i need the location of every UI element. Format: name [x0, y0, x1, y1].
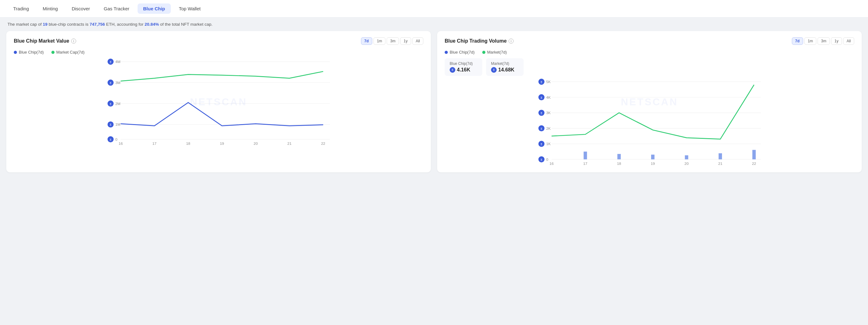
svg-text:Ξ: Ξ: [540, 143, 542, 146]
time-btn-3m-mv[interactable]: 3m: [387, 37, 399, 45]
bar-17: [584, 152, 587, 159]
nav-item-minting[interactable]: Minting: [37, 3, 63, 14]
nav-item-discover[interactable]: Discover: [66, 3, 96, 14]
desc-text-mid1: blue-chip contracts is: [48, 22, 90, 27]
legend-dot-blue-mv: [14, 51, 17, 54]
green-line-tv: [552, 85, 754, 139]
svg-text:Ξ: Ξ: [110, 123, 112, 126]
svg-text:0: 0: [115, 137, 118, 142]
time-btn-1m-tv[interactable]: 1m: [804, 37, 816, 45]
summary-label-market: Market(7d): [491, 61, 519, 66]
desc-pct: 20.84%: [145, 22, 159, 27]
time-btn-3m-tv[interactable]: 3m: [817, 37, 830, 45]
blue-line-mv: [121, 102, 323, 126]
time-btn-all-mv[interactable]: All: [412, 37, 423, 45]
market-value-info-icon[interactable]: i: [71, 38, 76, 43]
description-bar: The market cap of 19 blue-chip contracts…: [0, 18, 868, 31]
desc-text-end: of the total NFT market cap.: [159, 22, 213, 27]
trading-volume-title: Blue Chip Trading Volume i: [445, 38, 514, 44]
legend-blue-chip-mv: Blue Chip(7d): [14, 50, 44, 55]
time-btn-7d-mv[interactable]: 7d: [361, 37, 372, 45]
svg-text:3M: 3M: [115, 81, 120, 85]
svg-text:Ξ: Ξ: [540, 112, 542, 115]
trading-volume-info-icon[interactable]: i: [508, 38, 514, 43]
trading-volume-chart-area: Ξ 5K Ξ 4K Ξ 3K Ξ 2K Ξ 1K Ξ 0: [445, 78, 854, 166]
market-value-chart-area: Ξ 4M Ξ 3M Ξ 2M Ξ 1M Ξ 0: [14, 58, 423, 146]
legend-dot-green-tv: [482, 51, 486, 54]
trading-volume-legend: Blue Chip(7d) Market(7d): [445, 50, 854, 55]
time-btn-1y-tv[interactable]: 1y: [831, 37, 842, 45]
bar-21: [718, 153, 722, 159]
trading-volume-card: Blue Chip Trading Volume i 7d 1m 3m 1y A…: [437, 31, 862, 172]
svg-text:19: 19: [220, 141, 224, 146]
green-line-mv: [121, 71, 323, 81]
svg-text:21: 21: [718, 161, 722, 166]
market-value-legend: Blue Chip(7d) Market Cap(7d): [14, 50, 423, 55]
svg-text:4K: 4K: [546, 95, 551, 100]
bar-18: [617, 154, 621, 159]
svg-text:16: 16: [550, 161, 554, 166]
legend-market-tv: Market(7d): [482, 50, 507, 55]
svg-text:2M: 2M: [115, 101, 120, 106]
summary-boxes-tv: Blue Chip(7d) Ξ 4.16K Market(7d) Ξ 14.68…: [445, 58, 854, 76]
time-btn-7d-tv[interactable]: 7d: [792, 37, 803, 45]
market-value-svg: Ξ 4M Ξ 3M Ξ 2M Ξ 1M Ξ 0: [14, 58, 423, 146]
desc-text-before: The market cap of: [7, 22, 43, 27]
nav-item-trading[interactable]: Trading: [7, 3, 34, 14]
bar-20: [685, 155, 688, 159]
nav-item-blue-chip[interactable]: Blue Chip: [137, 3, 171, 14]
svg-text:18: 18: [617, 161, 621, 166]
trading-volume-header: Blue Chip Trading Volume i 7d 1m 3m 1y A…: [445, 37, 854, 45]
svg-text:17: 17: [152, 141, 156, 146]
nav-bar: Trading Minting Discover Gas Tracker Blu…: [0, 0, 868, 18]
desc-count: 19: [43, 22, 48, 27]
svg-text:1K: 1K: [546, 142, 551, 146]
desc-text-mid2: ETH, accounting for: [105, 22, 145, 27]
desc-eth-value: 747,756: [90, 22, 105, 27]
legend-dot-green-mv: [52, 51, 55, 54]
svg-text:0: 0: [546, 157, 548, 162]
market-value-title: Blue Chip Market Value i: [14, 38, 76, 44]
svg-text:22: 22: [752, 161, 756, 166]
market-value-time-filters: 7d 1m 3m 1y All: [361, 37, 423, 45]
legend-dot-blue-tv: [445, 51, 448, 54]
summary-label-blue: Blue Chip(7d): [450, 61, 477, 66]
eth-icon-blue: Ξ: [450, 67, 455, 73]
bar-22: [752, 150, 756, 159]
svg-text:18: 18: [186, 141, 190, 146]
legend-market-cap-mv: Market Cap(7d): [52, 50, 85, 55]
market-value-card: Blue Chip Market Value i 7d 1m 3m 1y All…: [6, 31, 431, 172]
time-btn-1m-mv[interactable]: 1m: [374, 37, 386, 45]
summary-box-market: Market(7d) Ξ 14.68K: [486, 58, 524, 76]
summary-box-blue-chip: Blue Chip(7d) Ξ 4.16K: [445, 58, 482, 76]
svg-text:20: 20: [253, 141, 258, 146]
time-btn-all-tv[interactable]: All: [843, 37, 854, 45]
svg-text:20: 20: [684, 161, 689, 166]
svg-text:Ξ: Ξ: [110, 138, 112, 141]
svg-text:16: 16: [119, 141, 123, 146]
nav-item-top-wallet[interactable]: Top Wallet: [173, 3, 206, 14]
svg-text:3K: 3K: [546, 111, 551, 115]
trading-volume-svg: Ξ 5K Ξ 4K Ξ 3K Ξ 2K Ξ 1K Ξ 0: [445, 78, 854, 166]
svg-text:21: 21: [287, 141, 291, 146]
market-value-header: Blue Chip Market Value i 7d 1m 3m 1y All: [14, 37, 423, 45]
svg-text:22: 22: [321, 141, 325, 146]
svg-text:1M: 1M: [115, 122, 120, 127]
summary-value-blue: Ξ 4.16K: [450, 67, 477, 73]
svg-text:2K: 2K: [546, 126, 551, 131]
charts-row: Blue Chip Market Value i 7d 1m 3m 1y All…: [0, 31, 868, 179]
svg-text:Ξ: Ξ: [110, 102, 112, 106]
svg-text:5K: 5K: [546, 80, 551, 84]
legend-blue-chip-tv: Blue Chip(7d): [445, 50, 475, 55]
svg-text:Ξ: Ξ: [110, 60, 112, 64]
svg-text:Ξ: Ξ: [110, 82, 112, 85]
nav-item-gas-tracker[interactable]: Gas Tracker: [98, 3, 135, 14]
summary-value-market: Ξ 14.68K: [491, 67, 519, 73]
svg-text:Ξ: Ξ: [540, 96, 542, 99]
svg-text:Ξ: Ξ: [540, 158, 542, 161]
svg-text:19: 19: [651, 161, 655, 166]
svg-text:Ξ: Ξ: [540, 81, 542, 84]
time-btn-1y-mv[interactable]: 1y: [400, 37, 411, 45]
eth-icon-market: Ξ: [491, 67, 497, 73]
trading-volume-time-filters: 7d 1m 3m 1y All: [792, 37, 854, 45]
